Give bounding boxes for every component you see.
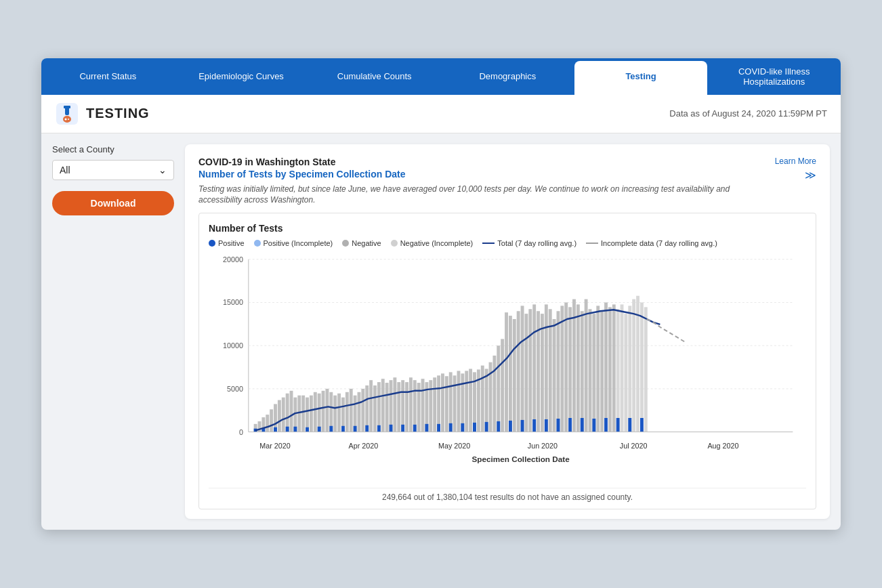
svg-rect-146 xyxy=(509,421,512,432)
svg-text:0: 0 xyxy=(239,428,243,436)
svg-text:15000: 15000 xyxy=(223,299,243,307)
chart-title-block: COVID-19 in Washington State Number of T… xyxy=(198,156,764,207)
svg-rect-141 xyxy=(449,423,453,432)
svg-rect-134 xyxy=(365,425,369,432)
svg-rect-63 xyxy=(405,382,408,432)
nav-current-status[interactable]: Current Status xyxy=(41,58,175,95)
svg-rect-77 xyxy=(461,374,464,432)
learn-more-block: Learn More ≫ xyxy=(764,156,816,182)
svg-rect-138 xyxy=(413,425,417,432)
county-value: All xyxy=(60,165,70,175)
svg-text:Aug 2020: Aug 2020 xyxy=(707,442,738,450)
svg-rect-73 xyxy=(445,376,448,432)
svg-rect-45 xyxy=(333,396,337,432)
legend-negative-incomplete: Negative (Incomplete) xyxy=(391,239,474,247)
svg-point-3 xyxy=(63,116,71,123)
svg-rect-78 xyxy=(465,371,468,432)
negative-bars xyxy=(254,296,648,432)
svg-rect-41 xyxy=(318,394,321,432)
svg-rect-65 xyxy=(413,380,417,432)
svg-rect-40 xyxy=(314,392,317,432)
main-layout: Select a County All ⌄ Download COVID-19 … xyxy=(41,133,841,530)
svg-rect-149 xyxy=(545,419,548,432)
svg-text:Jul 2020: Jul 2020 xyxy=(620,442,648,450)
svg-rect-79 xyxy=(469,369,472,432)
svg-rect-59 xyxy=(390,380,393,432)
svg-rect-90 xyxy=(513,319,516,432)
nav-epidemiologic-curves[interactable]: Epidemiologic Curves xyxy=(175,58,308,95)
svg-rect-154 xyxy=(604,418,608,432)
svg-rect-88 xyxy=(505,312,508,432)
svg-rect-61 xyxy=(397,382,400,432)
svg-rect-140 xyxy=(437,424,440,432)
chart-header: COVID-19 in Washington State Number of T… xyxy=(198,156,816,207)
svg-rect-139 xyxy=(425,424,428,432)
chart-svg-container: 0 5000 10000 15000 20000 xyxy=(209,253,806,481)
chart-area: Number of Tests Positive Positive (Incom… xyxy=(198,213,816,509)
svg-rect-89 xyxy=(509,316,512,432)
svg-rect-105 xyxy=(572,299,576,432)
chart-footer-note: 249,664 out of 1,380,104 test results do… xyxy=(209,488,806,502)
header-left: TESTING xyxy=(55,102,150,126)
svg-rect-82 xyxy=(481,366,484,432)
testing-icon xyxy=(55,102,79,126)
svg-rect-102 xyxy=(560,306,564,432)
svg-rect-113 xyxy=(604,303,608,432)
svg-rect-136 xyxy=(390,425,393,432)
county-label: Select a County xyxy=(52,144,174,154)
svg-rect-58 xyxy=(385,383,389,432)
svg-rect-108 xyxy=(585,299,588,432)
svg-rect-122 xyxy=(640,303,644,432)
svg-rect-49 xyxy=(350,389,353,432)
learn-more-link[interactable]: Learn More xyxy=(775,156,816,166)
svg-rect-98 xyxy=(545,305,548,432)
svg-rect-145 xyxy=(497,421,500,432)
svg-rect-127 xyxy=(286,427,289,432)
county-select[interactable]: All ⌄ xyxy=(52,160,174,180)
app-container: Current Status Epidemiologic Curves Cumu… xyxy=(41,58,841,530)
nav-covid-hospitalizations[interactable]: COVID-like Illness Hospitalizations xyxy=(707,58,841,95)
svg-point-4 xyxy=(65,118,67,120)
svg-text:Apr 2020: Apr 2020 xyxy=(348,442,378,450)
svg-rect-133 xyxy=(354,426,357,432)
svg-rect-46 xyxy=(337,394,341,432)
svg-rect-2 xyxy=(64,106,70,108)
svg-text:May 2020: May 2020 xyxy=(438,442,470,450)
svg-rect-95 xyxy=(532,305,536,432)
svg-rect-93 xyxy=(524,314,528,432)
svg-rect-92 xyxy=(521,306,524,432)
chart-section-title: Number of Tests xyxy=(209,223,806,234)
expand-icon[interactable]: ≫ xyxy=(764,169,816,182)
svg-point-5 xyxy=(68,119,69,120)
svg-rect-43 xyxy=(325,389,329,432)
chart-description: Testing was initially limited, but since… xyxy=(198,184,764,207)
svg-text:5000: 5000 xyxy=(227,385,243,393)
top-nav: Current Status Epidemiologic Curves Cumu… xyxy=(41,58,841,95)
nav-testing[interactable]: Testing xyxy=(574,61,708,95)
svg-rect-33 xyxy=(286,394,289,432)
svg-rect-38 xyxy=(306,398,309,432)
negative-incomplete-dot-icon xyxy=(391,240,398,247)
svg-rect-103 xyxy=(564,303,568,432)
total-avg-line-icon xyxy=(482,243,495,244)
svg-text:Mar 2020: Mar 2020 xyxy=(259,442,290,450)
chart-title-main: COVID-19 in Washington State xyxy=(198,156,764,167)
svg-rect-28 xyxy=(266,415,269,432)
download-button[interactable]: Download xyxy=(52,191,174,215)
nav-cumulative-counts[interactable]: Cumulative Counts xyxy=(308,58,441,95)
header-bar: TESTING Data as of August 24, 2020 11:59… xyxy=(41,95,841,133)
nav-demographics[interactable]: Demographics xyxy=(441,58,574,95)
svg-rect-75 xyxy=(453,375,457,432)
svg-rect-143 xyxy=(473,423,476,432)
svg-rect-64 xyxy=(409,377,413,432)
incomplete-line xyxy=(647,319,687,343)
svg-rect-130 xyxy=(318,427,321,432)
svg-rect-67 xyxy=(421,379,425,432)
svg-rect-115 xyxy=(612,305,616,432)
svg-rect-110 xyxy=(592,314,595,432)
svg-rect-135 xyxy=(377,425,381,432)
svg-rect-48 xyxy=(345,392,349,432)
svg-rect-114 xyxy=(608,308,612,432)
svg-rect-85 xyxy=(492,356,496,432)
svg-rect-76 xyxy=(457,371,461,432)
